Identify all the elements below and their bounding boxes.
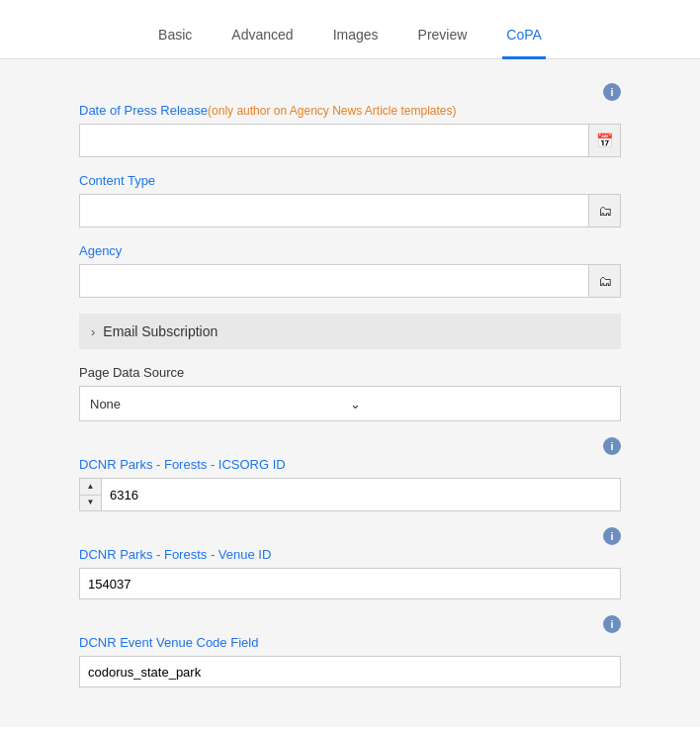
agency-input-wrapper: 🗂	[79, 264, 621, 298]
press-release-field: Date of Press Release(only author on Age…	[79, 103, 621, 157]
page-data-source-arrow-icon: ⌄	[350, 397, 610, 411]
press-release-info-row: i	[79, 83, 621, 101]
venue-id-info-icon[interactable]: i	[603, 527, 621, 545]
calendar-icon-button[interactable]: 📅	[588, 125, 620, 156]
content-type-label: Content Type	[79, 173, 621, 188]
venue-id-info-row: i	[79, 527, 621, 545]
icsorg-spinner-arrows: ▲ ▼	[80, 479, 102, 510]
venue-code-section: i DCNR Event Venue Code Field	[79, 615, 621, 687]
content-type-field: Content Type 🗂	[79, 173, 621, 228]
email-subscription-label: Email Subscription	[103, 323, 218, 339]
page-data-source-label: Page Data Source	[79, 365, 621, 380]
content-type-input-wrapper: 🗂	[79, 194, 621, 228]
agency-field: Agency 🗂	[79, 243, 621, 298]
content-type-input[interactable]	[80, 195, 588, 227]
icsorg-arrow-up[interactable]: ▲	[80, 479, 101, 496]
icsorg-arrow-down[interactable]: ▼	[80, 496, 101, 511]
venue-code-label: DCNR Event Venue Code Field	[79, 635, 621, 650]
tab-copa[interactable]: CoPA	[502, 17, 546, 59]
agency-folder-button[interactable]: 🗂	[588, 265, 620, 297]
content-type-folder-button[interactable]: 🗂	[588, 195, 620, 227]
press-release-input-wrapper: 📅	[79, 124, 621, 157]
venue-id-section: i DCNR Parks - Forests - Venue ID	[79, 527, 621, 599]
agency-input[interactable]	[80, 265, 588, 297]
icsorg-label: DCNR Parks - Forests - ICSORG ID	[79, 457, 621, 472]
calendar-icon: 📅	[596, 133, 613, 148]
venue-code-info-icon[interactable]: i	[603, 615, 621, 633]
icsorg-spinner-wrapper: ▲ ▼	[79, 478, 621, 511]
agency-folder-icon: 🗂	[598, 273, 612, 289]
icsorg-info-row: i	[79, 437, 621, 455]
press-release-label: Date of Press Release(only author on Age…	[79, 103, 621, 118]
content-area: i Date of Press Release(only author on A…	[0, 59, 700, 727]
page-data-source-field: Page Data Source None ⌄	[79, 365, 621, 421]
icsorg-section: i DCNR Parks - Forests - ICSORG ID ▲ ▼	[79, 437, 621, 511]
page-data-source-dropdown[interactable]: None ⌄	[79, 386, 621, 421]
tab-advanced[interactable]: Advanced	[227, 17, 297, 59]
venue-id-input[interactable]	[79, 568, 621, 599]
press-release-section: i Date of Press Release(only author on A…	[79, 83, 621, 157]
tab-basic[interactable]: Basic	[154, 17, 196, 59]
icsorg-input[interactable]	[102, 479, 620, 510]
venue-id-field: DCNR Parks - Forests - Venue ID	[79, 547, 621, 599]
tab-preview[interactable]: Preview	[414, 17, 472, 59]
icsorg-field: DCNR Parks - Forests - ICSORG ID ▲ ▼	[79, 457, 621, 511]
venue-id-label: DCNR Parks - Forests - Venue ID	[79, 547, 621, 562]
icsorg-info-icon[interactable]: i	[603, 437, 621, 455]
agency-label: Agency	[79, 243, 621, 258]
page-data-source-value: None	[90, 397, 350, 411]
venue-code-input[interactable]	[79, 656, 621, 687]
press-release-input[interactable]	[80, 125, 588, 156]
venue-code-field: DCNR Event Venue Code Field	[79, 635, 621, 687]
email-subscription-row[interactable]: › Email Subscription	[79, 314, 621, 349]
press-release-info-icon[interactable]: i	[603, 83, 621, 101]
tab-bar: Basic Advanced Images Preview CoPA	[0, 0, 700, 59]
email-subscription-chevron-icon: ›	[91, 324, 95, 339]
venue-code-info-row: i	[79, 615, 621, 633]
page-wrapper: Basic Advanced Images Preview CoPA i Dat…	[0, 0, 700, 730]
tab-images[interactable]: Images	[329, 17, 383, 59]
folder-icon: 🗂	[598, 203, 612, 219]
